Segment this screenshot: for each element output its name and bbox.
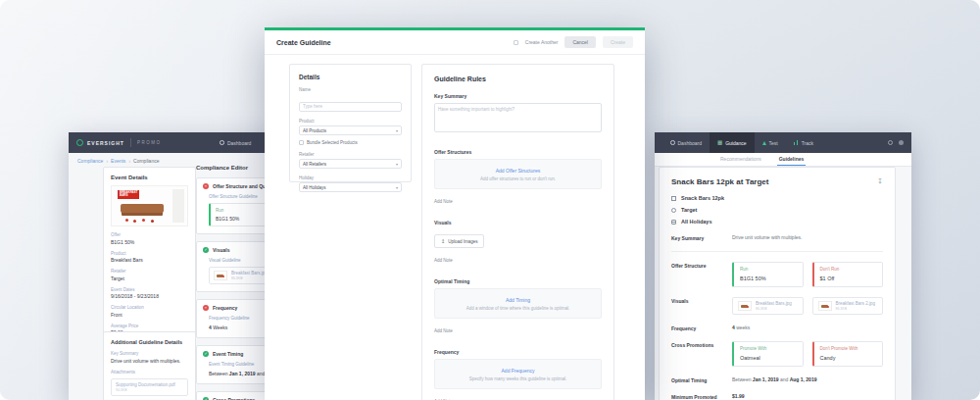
file-name: Breakfast Bars.jpg <box>756 301 792 306</box>
attachments: Attachments Supporting Documentation.pdf… <box>111 370 188 400</box>
meta-label: Target <box>681 207 697 213</box>
field-label: Offer <box>111 232 188 237</box>
section-label: Frequency <box>434 349 602 355</box>
frequency-number: 4 <box>209 325 212 330</box>
hint-text: Add a window of time where this guidelin… <box>439 306 597 311</box>
add-timing-link[interactable]: Add Timing <box>439 297 597 303</box>
name-input[interactable] <box>299 102 402 112</box>
file-size: 86.3KB <box>756 307 792 311</box>
field-value: Drive unit volume with multiples. <box>111 358 188 364</box>
section-key-summary: Key Summary <box>434 93 602 136</box>
fail-status-icon: × <box>203 183 209 189</box>
attachment-item[interactable]: Supporting Documentation.pdf 94.3KB <box>111 378 188 396</box>
composite-background: EVERSIGHT PROMO Dashboard ▦ Guidance Com… <box>0 0 980 400</box>
holiday-select[interactable]: All Holidays ▾ <box>299 182 402 192</box>
row-label: Cross Promotions <box>671 341 732 367</box>
add-frequency-link[interactable]: Add Frequency <box>439 368 597 374</box>
field-value: B1G1 50% <box>111 239 188 245</box>
dont-promote-with-box: Don't Promote With Candy <box>812 341 884 367</box>
promote-with-value: Oatmeal <box>740 355 797 361</box>
retailer-select[interactable]: All Retailers ▾ <box>299 159 402 169</box>
field-offer: Offer B1G1 50% <box>111 232 188 245</box>
frequency-unit: Weeks <box>213 325 227 330</box>
section-label: Key Summary <box>434 93 602 99</box>
modal-header: Create Guideline Create Another Cancel C… <box>265 30 645 55</box>
nav-item-guidance[interactable]: ▦ Guidance <box>710 132 755 153</box>
nav-item-track[interactable]: Track <box>786 132 821 153</box>
cancel-button[interactable]: Cancel <box>564 36 596 48</box>
add-note-link[interactable]: Add Note <box>434 328 453 333</box>
run-value: B1G1 50% <box>740 275 797 281</box>
dont-run-box: Don't Run $1 Off <box>812 262 884 287</box>
product-select[interactable]: All Products ▾ <box>299 125 402 135</box>
track-chart-icon <box>794 140 799 145</box>
upload-button-label: Upload Images <box>448 239 477 244</box>
frequency-number: 4 <box>732 325 735 330</box>
breadcrumb-link-events[interactable]: Events <box>111 158 125 164</box>
selected-value: All Holidays <box>303 185 326 190</box>
row-label: Visuals <box>671 297 732 315</box>
product-label: Product <box>299 119 402 124</box>
section-label: Visuals <box>213 247 229 253</box>
event-details-card: Event Details BREAKFAST BARS Offer B1G1 … <box>103 167 196 343</box>
meta-label: Snack Bars 12pk <box>681 195 724 201</box>
key-summary-textarea[interactable] <box>434 103 602 132</box>
settings-icon[interactable] <box>888 140 893 145</box>
add-offer-structures-link[interactable]: Add Offer Structures <box>439 168 597 174</box>
section-label: Optimal Timing <box>434 278 602 284</box>
timing-end-date: Aug 1, 2019 <box>790 376 817 382</box>
add-frequency-dropzone[interactable]: Add Frequency Specify how many weeks thi… <box>434 359 602 389</box>
create-button[interactable]: Create <box>603 36 633 48</box>
tab-guidelines[interactable]: Guidelines <box>777 153 807 166</box>
add-offer-structures-dropzone[interactable]: Add Offer Structures Add offer structure… <box>434 159 602 189</box>
create-another-checkbox[interactable] <box>514 40 518 45</box>
panel-title: Guideline Rules <box>434 75 602 82</box>
tab-recommendations[interactable]: Recommendations <box>718 153 763 166</box>
product-icon <box>671 196 676 201</box>
package-art <box>125 219 128 222</box>
store-icon <box>671 208 676 213</box>
upload-images-button[interactable]: ↥ Upload Images <box>434 234 484 248</box>
nav-item-test[interactable]: Test <box>755 132 786 153</box>
visual-file-item[interactable]: Breakfast Bars 2.jpg 86.3KB <box>812 297 884 315</box>
bundle-checkbox[interactable] <box>299 140 304 145</box>
visual-file-boxes: Breakfast Bars.jpg 86.3KB Breakfast Bars… <box>732 297 883 315</box>
row-value: Drive unit volume with multiples. <box>732 234 802 241</box>
run-box: Run B1G1 50% <box>732 262 804 287</box>
visual-file-item[interactable]: Breakfast Bars.jpg 86.3KB <box>732 297 804 315</box>
profile-icon[interactable] <box>899 140 905 146</box>
card-title-row: Snack Bars 12pk at Target ↧ <box>671 177 883 186</box>
row-label: Optimal Timing <box>671 376 732 383</box>
row-minimum-promoted: Minimum Promoted $1.99 <box>671 393 883 400</box>
breadcrumb-link-compliance[interactable]: Compliance <box>77 158 103 164</box>
timing-prefix: Between <box>209 371 227 376</box>
add-note-link[interactable]: Add Note <box>434 258 453 263</box>
file-size: 86.3KB <box>836 307 876 311</box>
meta-label: All Holidays <box>681 219 711 225</box>
section-frequency: Frequency Add Frequency Specify how many… <box>434 349 602 400</box>
timing-mid: and <box>780 376 788 382</box>
field-event-dates: Event Dates 9/16/2018 - 9/23/2018 <box>111 287 188 300</box>
name-label: Name <box>299 87 402 92</box>
product-image: BREAKFAST BARS <box>111 185 188 226</box>
add-timing-dropzone[interactable]: Add Timing Add a window of time where th… <box>434 288 602 319</box>
create-another-label: Create Another <box>525 39 559 45</box>
download-icon[interactable]: ↧ <box>877 177 883 184</box>
promote-with-label: Promote With <box>740 346 797 351</box>
field-product: Product Breakfast Bars <box>111 251 188 264</box>
meta-product: Snack Bars 12pk <box>671 195 883 201</box>
image-thumbnail <box>818 301 832 311</box>
file-size: 86.3KB <box>231 276 268 280</box>
retailer-label: Retailer <box>299 152 402 157</box>
nav-item-dashboard[interactable]: Dashboard <box>212 132 259 153</box>
field-value: Target <box>111 275 188 281</box>
add-note-link[interactable]: Add Note <box>434 199 453 204</box>
dashboard-icon <box>670 140 675 145</box>
nav-item-dashboard[interactable]: Dashboard <box>662 132 710 153</box>
right-nav-items: Dashboard ▦ Guidance Test Track <box>662 132 821 153</box>
chevron-down-icon: ▾ <box>396 162 398 167</box>
chevron-right-icon: › <box>106 158 108 164</box>
pass-status-icon: ✓ <box>203 247 209 253</box>
field-key-summary: Key Summary Drive unit volume with multi… <box>111 351 188 364</box>
attachment-name: Supporting Documentation.pdf <box>116 382 183 387</box>
